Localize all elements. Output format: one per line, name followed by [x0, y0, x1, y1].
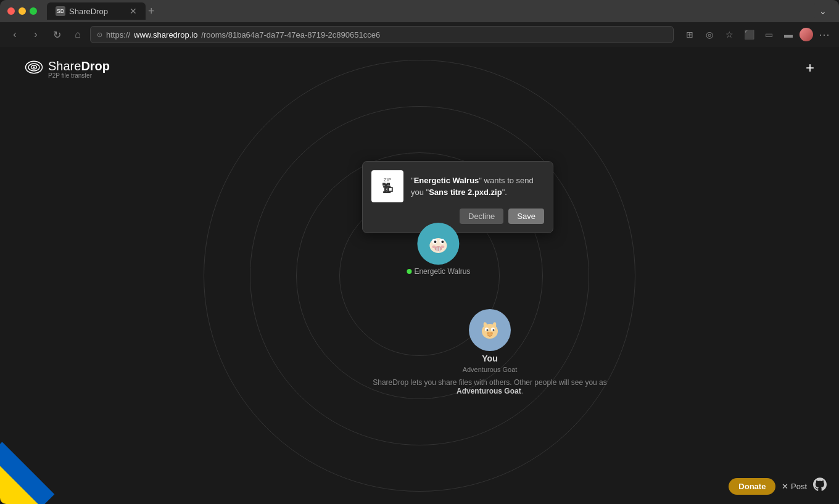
split-view-button[interactable]: ▬ — [780, 26, 797, 43]
page-content: ShareDrop P2P file transfer + ZIP 🗜 — [0, 47, 839, 504]
extensions-button[interactable]: ⬛ — [740, 26, 758, 43]
close-button[interactable] — [7, 7, 15, 15]
forward-button[interactable]: › — [27, 26, 44, 43]
svg-rect-11 — [437, 247, 438, 252]
logo-name-bold: Drop — [81, 59, 110, 73]
svg-point-24 — [487, 332, 489, 334]
sender-name: Energetic Walrus — [414, 176, 479, 185]
energetic-walrus-avatar[interactable]: Energetic Walrus — [407, 223, 470, 276]
tab-close-button[interactable]: ✕ — [130, 6, 137, 16]
save-button[interactable]: Save — [508, 209, 544, 224]
minimize-button[interactable] — [19, 7, 26, 15]
notification-text: "Energetic Walrus" wants to send you "Sa… — [411, 175, 544, 199]
logo-subtitle: P2P file transfer — [48, 72, 110, 79]
navigation-bar: ‹ › ↻ ⌂ ⊙ https://www.sharedrop.io/rooms… — [0, 22, 839, 47]
add-room-button[interactable]: + — [806, 59, 814, 76]
ukraine-flag — [0, 442, 62, 504]
back-button[interactable]: ‹ — [6, 26, 23, 43]
energetic-walrus-name: Energetic Walrus — [414, 267, 470, 276]
github-button[interactable] — [813, 477, 827, 495]
description-suffix: . — [521, 387, 523, 395]
title-bar: SD ShareDrop ✕ + ⌄ — [0, 0, 839, 22]
url-domain: www.sharedrop.io — [134, 30, 197, 39]
notification-content: ZIP 🗜 "Energetic Walrus" wants to send y… — [371, 170, 544, 202]
reading-mode-button[interactable]: ◎ — [701, 26, 718, 43]
reload-button[interactable]: ↻ — [48, 26, 65, 43]
maximize-button[interactable] — [30, 7, 37, 15]
tab-area: SD ShareDrop ✕ + — [47, 2, 809, 20]
logo-name-light: Share — [48, 59, 81, 73]
profile-avatar[interactable] — [800, 28, 813, 41]
nav-actions: ⊞ ◎ ☆ ⬛ ▭ ▬ ⋯ — [681, 26, 833, 43]
notification-buttons: Decline Save — [371, 209, 544, 224]
secure-icon: ⊙ — [97, 31, 102, 39]
more-options-button[interactable]: ⋯ — [816, 26, 833, 43]
traffic-lights — [7, 7, 37, 15]
x-post-button[interactable]: ✕ Post — [782, 482, 807, 491]
you-sub-label: Adventurous Goat — [463, 366, 518, 373]
translate-button[interactable]: ⊞ — [681, 26, 698, 43]
svg-point-21 — [487, 329, 489, 331]
donate-button[interactable]: Donate — [729, 478, 775, 495]
url-path: /rooms/81ba64a7-da77-47ea-8719-2c890651c… — [201, 30, 380, 39]
logo-text: ShareDrop P2P file transfer — [48, 59, 110, 79]
zip-icon-label: ZIP 🗜 — [382, 177, 393, 196]
tab-favicon: SD — [56, 6, 65, 16]
description-text: ShareDrop lets you share files with othe… — [373, 378, 607, 395]
energetic-walrus-label: Energetic Walrus — [407, 267, 470, 276]
svg-point-13 — [432, 246, 436, 248]
zip-file-icon: ZIP 🗜 — [371, 170, 403, 202]
address-bar[interactable]: ⊙ https://www.sharedrop.io/rooms/81ba64a… — [90, 26, 674, 43]
svg-rect-12 — [439, 247, 440, 252]
home-button[interactable]: ⌂ — [69, 26, 86, 43]
svg-point-9 — [442, 241, 444, 243]
bottom-bar: Donate ✕ Post — [729, 477, 827, 495]
energetic-walrus-circle — [418, 223, 460, 265]
svg-point-8 — [434, 241, 437, 243]
you-avatar[interactable]: You Adventurous Goat ShareDrop lets you … — [373, 309, 607, 395]
logo: ShareDrop P2P file transfer — [25, 59, 110, 79]
you-circle — [469, 309, 511, 351]
filename: Sans titre 2.pxd.zip — [429, 188, 502, 197]
logo-icon — [25, 60, 43, 78]
tab-title: ShareDrop — [69, 7, 108, 16]
logo-name: ShareDrop — [48, 59, 110, 73]
svg-point-14 — [441, 246, 445, 248]
url-plain: https:// — [106, 30, 130, 39]
description-prefix: ShareDrop lets you share files with othe… — [373, 378, 607, 387]
you-label: You — [482, 353, 497, 363]
new-tab-button[interactable]: + — [148, 5, 155, 18]
bookmark-button[interactable]: ☆ — [721, 26, 738, 43]
online-indicator — [407, 269, 411, 274]
svg-point-25 — [490, 332, 493, 334]
sidebar-button[interactable]: ▭ — [760, 26, 777, 43]
svg-point-3 — [33, 67, 35, 68]
chevron-button[interactable]: ⌄ — [814, 2, 832, 20]
you-bold-name: Adventurous Goat — [457, 387, 521, 395]
svg-point-22 — [493, 329, 495, 331]
active-tab[interactable]: SD ShareDrop ✕ — [47, 2, 146, 20]
decline-button[interactable]: Decline — [460, 209, 503, 224]
